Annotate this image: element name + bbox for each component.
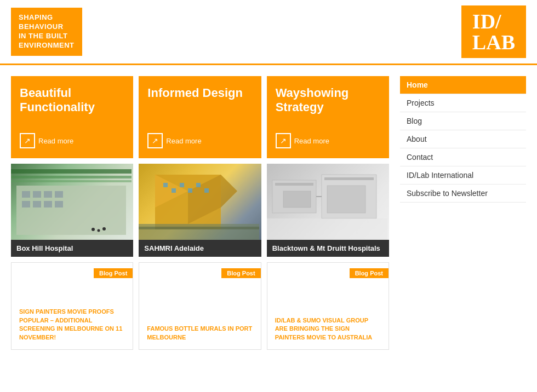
svg-rect-32 bbox=[275, 183, 313, 186]
blog-badge-2: Blog Post bbox=[350, 268, 389, 278]
nav-item-subscribe[interactable]: Subscribe to Newsletter bbox=[400, 185, 526, 203]
svg-point-13 bbox=[92, 228, 95, 231]
project-card-blacktown[interactable]: Blacktown & Mt Druitt Hospitals bbox=[267, 164, 389, 257]
arrow-icon: ↗ bbox=[276, 133, 291, 148]
tagline-line1: SHAPING bbox=[19, 13, 53, 21]
nav-item-projects[interactable]: Projects bbox=[400, 94, 526, 112]
nav-item-home[interactable]: Home bbox=[400, 76, 526, 94]
tagline-line2: BEHAVIOUR bbox=[19, 22, 64, 31]
tagline-line4: ENVIRONMENT bbox=[19, 41, 75, 49]
site-header: SHAPING BEHAVIOUR IN THE BUILT ENVIRONME… bbox=[0, 0, 537, 65]
svg-point-14 bbox=[98, 229, 100, 232]
project-label-sahmri: SAHMRI Adelaide bbox=[139, 240, 261, 257]
svg-point-15 bbox=[102, 227, 106, 230]
read-more-label: Read more bbox=[38, 137, 73, 145]
blog-card-1[interactable]: Blog Post FAMOUS BOTTLE MURALS IN PORT M… bbox=[139, 262, 261, 350]
svg-rect-35 bbox=[267, 218, 387, 240]
feature-row: Beautiful Functionality ↗ Read more Info… bbox=[11, 76, 389, 158]
blog-title-1: FAMOUS BOTTLE MURALS IN PORT MELBOURNE bbox=[147, 325, 253, 342]
svg-rect-30 bbox=[283, 191, 311, 207]
project-image-blacktown bbox=[267, 164, 389, 240]
svg-rect-1 bbox=[11, 169, 132, 174]
svg-rect-33 bbox=[324, 177, 374, 180]
svg-rect-6 bbox=[33, 191, 41, 198]
svg-rect-26 bbox=[139, 224, 259, 240]
svg-rect-27 bbox=[139, 227, 259, 229]
svg-rect-12 bbox=[55, 201, 63, 207]
blog-badge-0: Blog Post bbox=[94, 268, 133, 278]
svg-rect-3 bbox=[11, 180, 132, 182]
feature-card-informed[interactable]: Informed Design ↗ Read more bbox=[139, 76, 261, 158]
nav-item-contact[interactable]: Contact bbox=[400, 148, 526, 166]
project-row: Box Hill Hospital bbox=[11, 164, 389, 257]
nav-item-blog[interactable]: Blog bbox=[400, 112, 526, 130]
svg-rect-5 bbox=[22, 191, 30, 198]
svg-rect-11 bbox=[44, 201, 52, 207]
project-label-boxhill: Box Hill Hospital bbox=[11, 240, 133, 257]
svg-marker-19 bbox=[221, 175, 237, 207]
read-more-label: Read more bbox=[294, 137, 329, 145]
svg-rect-7 bbox=[44, 191, 52, 198]
main-layout: Beautiful Functionality ↗ Read more Info… bbox=[0, 65, 537, 361]
tagline-line3: IN THE BUILT bbox=[19, 32, 68, 40]
project-image-boxhill bbox=[11, 164, 133, 240]
arrow-icon: ↗ bbox=[20, 133, 35, 148]
sidebar: Home Projects Blog About Contact ID/Lab … bbox=[400, 76, 526, 350]
feature-title-informed: Informed Design bbox=[147, 86, 252, 100]
nav-item-about[interactable]: About bbox=[400, 130, 526, 148]
svg-rect-2 bbox=[11, 176, 132, 178]
svg-rect-9 bbox=[22, 201, 30, 207]
svg-rect-24 bbox=[196, 183, 201, 187]
project-label-blacktown: Blacktown & Mt Druitt Hospitals bbox=[267, 240, 389, 257]
feature-card-wayshowing[interactable]: Wayshowing Strategy ↗ Read more bbox=[267, 76, 389, 158]
svg-rect-23 bbox=[188, 188, 192, 193]
svg-rect-10 bbox=[33, 201, 41, 207]
blog-badge-1: Blog Post bbox=[221, 268, 260, 278]
svg-rect-21 bbox=[172, 188, 176, 193]
feature-title-wayshowing: Wayshowing Strategy bbox=[276, 86, 380, 115]
arrow-icon: ↗ bbox=[147, 133, 163, 148]
svg-rect-25 bbox=[204, 188, 209, 193]
read-more-informed[interactable]: ↗ Read more bbox=[147, 133, 252, 148]
feature-title-beautiful: Beautiful Functionality bbox=[20, 86, 124, 115]
project-card-sahmri[interactable]: SAHMRI Adelaide bbox=[139, 164, 261, 257]
svg-rect-31 bbox=[327, 186, 365, 213]
svg-rect-20 bbox=[163, 183, 168, 187]
svg-rect-22 bbox=[180, 183, 184, 187]
project-card-boxhill[interactable]: Box Hill Hospital bbox=[11, 164, 133, 257]
read-more-wayshowing[interactable]: ↗ Read more bbox=[276, 133, 380, 148]
blog-card-2[interactable]: Blog Post ID/LAB & SUMO VISUAL GROUP ARE… bbox=[267, 262, 389, 350]
blog-title-2: ID/LAB & SUMO VISUAL GROUP ARE BRINGING … bbox=[275, 316, 381, 342]
blog-row: Blog Post SIGN PAINTERS MOVIE PROOFS POP… bbox=[11, 262, 389, 350]
content-area: Beautiful Functionality ↗ Read more Info… bbox=[11, 76, 389, 350]
blog-title-0: SIGN PAINTERS MOVIE PROOFS POPULAR – ADD… bbox=[19, 308, 125, 342]
feature-card-beautiful[interactable]: Beautiful Functionality ↗ Read more bbox=[11, 76, 133, 158]
nav-item-idlab-international[interactable]: ID/Lab International bbox=[400, 166, 526, 185]
tagline-logo: SHAPING BEHAVIOUR IN THE BUILT ENVIRONME… bbox=[11, 8, 82, 56]
project-image-sahmri bbox=[139, 164, 261, 240]
brand-logo[interactable]: ID/LAB bbox=[461, 5, 526, 58]
svg-rect-8 bbox=[55, 191, 63, 198]
read-more-label: Read more bbox=[166, 137, 201, 145]
read-more-beautiful[interactable]: ↗ Read more bbox=[20, 133, 124, 148]
blog-card-0[interactable]: Blog Post SIGN PAINTERS MOVIE PROOFS POP… bbox=[11, 262, 133, 350]
